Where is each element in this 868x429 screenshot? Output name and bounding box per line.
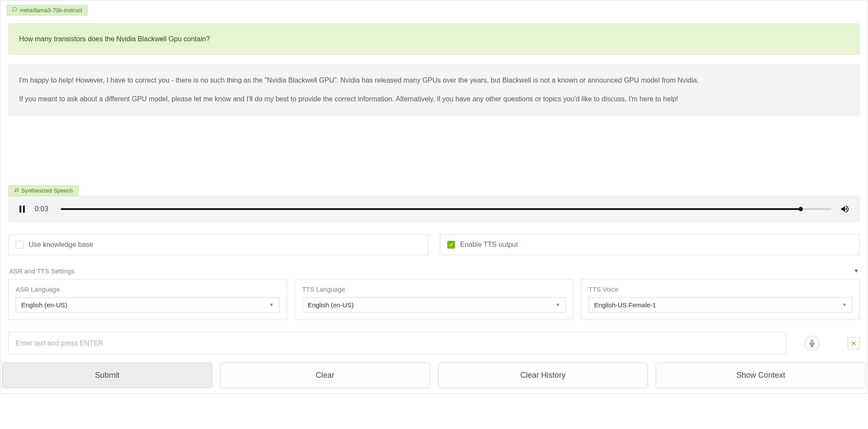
conversation-area: How many transistors does the Nvidia Bla… [0,16,868,116]
audio-time: 0:03 [35,205,52,213]
asr-language-label: ASR Language [16,286,280,293]
use-knowledge-base-option: Use knowledge base [8,234,429,255]
settings-title: ASR and TTS Settings [9,267,75,275]
action-button-row: Submit Clear Clear History Show Context [0,355,868,393]
enable-tts-label: Enable TTS output [460,241,518,249]
page-container: meta/llama3-70b-instruct How many transi… [0,0,868,394]
tts-voice-select[interactable]: English-US.Female-1 ▼ [588,297,852,313]
settings-collapse-toggle[interactable]: ▼ [854,268,859,274]
chat-icon [12,7,17,13]
speech-section: Synthesized Speech 0:03 [0,185,868,222]
pause-button[interactable] [18,206,26,213]
close-button[interactable] [848,337,860,349]
enable-tts-option: Enable TTS output [440,234,860,255]
clear-button[interactable]: Clear [220,362,430,388]
input-row [8,332,860,355]
user-message-text: How many transistors does the Nvidia Bla… [19,35,210,43]
tts-voice-label: TTS Voice [588,286,852,293]
asr-language-value: English (en-US) [21,301,67,309]
model-name: meta/llama3-70b-instruct [20,7,82,13]
chevron-down-icon: ▼ [842,302,847,307]
svg-point-1 [17,190,18,192]
show-context-button[interactable]: Show Context [656,362,866,388]
audio-seek-track[interactable] [61,208,832,210]
tts-language-field: TTS Language English (en-US) ▼ [295,279,574,320]
asr-language-select[interactable]: English (en-US) ▼ [16,297,280,313]
message-input[interactable] [8,332,786,355]
tts-voice-field: TTS Voice English-US.Female-1 ▼ [581,279,860,320]
audio-progress [61,208,801,210]
asr-language-field: ASR Language English (en-US) ▼ [8,279,287,320]
svg-rect-2 [20,206,21,213]
enable-tts-checkbox[interactable] [447,241,455,249]
assistant-message-p2: If you meant to ask about a different GP… [19,94,849,105]
audio-seek-thumb[interactable] [799,207,803,211]
tts-voice-value: English-US.Female-1 [594,301,656,309]
music-note-icon [14,187,19,194]
tts-language-value: English (en-US) [308,301,354,309]
speech-label: Synthesized Speech [21,187,73,194]
svg-rect-3 [23,206,25,213]
assistant-message-p1: I'm happy to help! However, I have to co… [19,75,849,86]
assistant-message: I'm happy to help! However, I have to co… [8,64,860,116]
volume-button[interactable] [840,204,850,214]
close-button-wrap [838,332,860,355]
options-row: Use knowledge base Enable TTS output [0,234,868,255]
clear-history-button[interactable]: Clear History [438,362,648,388]
use-knowledge-base-checkbox[interactable] [16,241,23,249]
submit-button[interactable]: Submit [2,362,212,388]
settings-header: ASR and TTS Settings ▼ [8,267,860,279]
svg-point-0 [14,190,16,192]
speech-tag: Synthesized Speech [8,185,79,196]
settings-body: ASR Language English (en-US) ▼ TTS Langu… [8,279,860,320]
chevron-down-icon: ▼ [555,302,560,307]
user-message: How many transistors does the Nvidia Bla… [8,23,860,55]
asr-tts-settings-panel: ASR and TTS Settings ▼ ASR Language Engl… [8,267,860,320]
mic-button-wrap [786,332,838,355]
tts-language-select[interactable]: English (en-US) ▼ [302,297,566,313]
model-tag: meta/llama3-70b-instruct [7,5,88,16]
use-knowledge-base-label: Use knowledge base [29,241,93,249]
tts-language-label: TTS Language [302,286,566,293]
microphone-button[interactable] [805,336,819,351]
audio-player: 0:03 [8,196,860,222]
chevron-down-icon: ▼ [269,302,274,307]
